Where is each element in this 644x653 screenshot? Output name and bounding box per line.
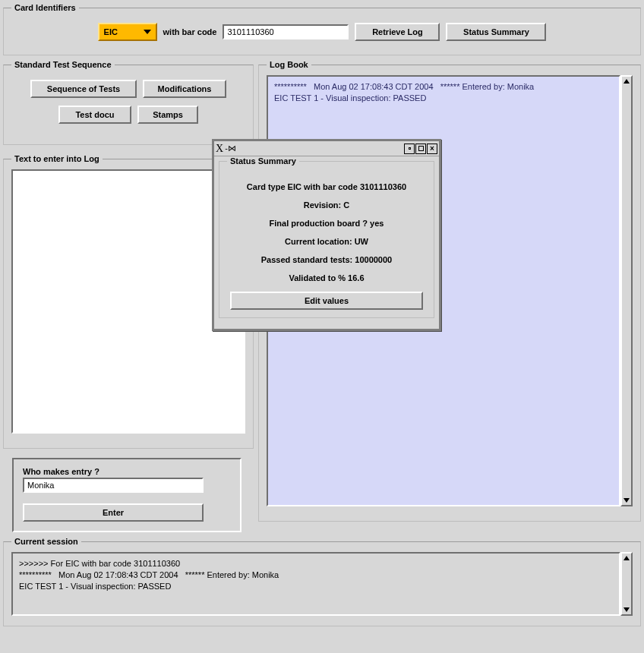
status-summary-dialog-legend: Status Summary xyxy=(227,156,299,166)
current-session-text: >>>>>> For EIC with bar code 3101110360 … xyxy=(11,552,620,616)
window-menu-icon[interactable]: X xyxy=(216,143,223,155)
log-text-input[interactable] xyxy=(11,169,245,434)
status-summary-dialog: X -⋈ × Status Summary Card type EIC with… xyxy=(212,139,441,331)
log-book-legend: Log Book xyxy=(267,60,311,69)
dialog-titlebar[interactable]: X -⋈ × xyxy=(214,141,439,156)
status-summary-inner: Status Summary Card type EIC with bar co… xyxy=(219,156,434,318)
scroll-down-icon xyxy=(623,607,630,612)
card-identifiers-group: Card Identifiers EIC with bar code Retri… xyxy=(3,3,641,55)
scroll-up-icon xyxy=(623,556,630,560)
stamps-button[interactable]: Stamps xyxy=(137,106,198,124)
standard-test-sequence-group: Standard Test Sequence Sequence of Tests… xyxy=(3,60,254,145)
status-final-line: Final production board ? yes xyxy=(227,219,426,228)
who-input[interactable] xyxy=(23,478,204,493)
status-card-line: Card type EIC with bar code 3101110360 xyxy=(227,182,426,191)
status-summary-button[interactable]: Status Summary xyxy=(446,23,546,41)
chevron-down-icon xyxy=(144,30,151,34)
who-makes-entry-panel: Who makes entry ? Enter xyxy=(12,458,242,532)
card-type-select[interactable]: EIC xyxy=(98,23,157,41)
close-button[interactable]: × xyxy=(427,144,437,154)
edit-values-button[interactable]: Edit values xyxy=(230,292,423,310)
scroll-down-icon xyxy=(623,498,630,503)
status-revision-line: Revision: C xyxy=(227,200,426,210)
card-type-value: EIC xyxy=(104,27,118,36)
minimize-button[interactable] xyxy=(404,144,415,154)
who-makes-entry-label: Who makes entry ? xyxy=(23,467,231,476)
text-to-enter-legend: Text to enter into Log xyxy=(11,154,103,163)
current-session-scrollbar[interactable] xyxy=(620,552,633,616)
enter-button[interactable]: Enter xyxy=(23,503,204,522)
test-docu-button[interactable]: Test docu xyxy=(58,106,131,124)
modifications-button[interactable]: Modifications xyxy=(143,80,226,98)
log-book-scrollbar[interactable] xyxy=(620,75,633,506)
status-location-line: Current location: UW xyxy=(227,237,426,246)
with-bar-code-label: with bar code xyxy=(163,27,217,36)
pin-icon[interactable]: -⋈ xyxy=(225,144,236,153)
status-passed-line: Passed standard tests: 10000000 xyxy=(227,255,426,264)
sequence-of-tests-button[interactable]: Sequence of Tests xyxy=(30,80,137,98)
maximize-button[interactable] xyxy=(415,144,426,154)
bar-code-input[interactable] xyxy=(223,24,349,39)
retrieve-log-button[interactable]: Retrieve Log xyxy=(355,23,440,41)
card-identifiers-legend: Card Identifiers xyxy=(11,3,79,12)
current-session-legend: Current session xyxy=(11,537,81,546)
status-validated-line: Validated to % 16.6 xyxy=(227,273,426,282)
standard-test-sequence-legend: Standard Test Sequence xyxy=(11,60,115,69)
scroll-up-icon xyxy=(623,79,630,84)
current-session-group: Current session >>>>>> For EIC with bar … xyxy=(3,537,641,626)
